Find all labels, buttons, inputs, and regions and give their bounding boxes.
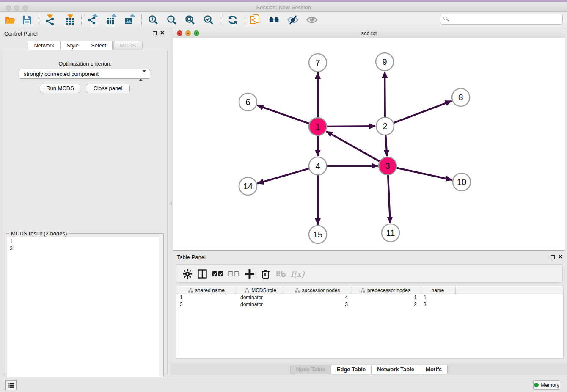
- run-mcds-button[interactable]: Run MCDS: [40, 84, 80, 93]
- tab-node-table[interactable]: Node Table: [290, 365, 331, 374]
- select-all-icon[interactable]: [212, 268, 224, 280]
- zoom-fit-icon[interactable]: [184, 14, 196, 26]
- search-input[interactable]: [450, 15, 560, 23]
- column-header-shared-name[interactable]: shared name: [176, 286, 237, 294]
- home-views-icon[interactable]: [268, 14, 280, 26]
- hide-eye-icon[interactable]: [287, 14, 299, 26]
- cell-name: 1: [420, 294, 456, 301]
- network-window-titlebar[interactable]: x − + scc.txt: [173, 28, 565, 38]
- import-network-icon[interactable]: [44, 14, 56, 26]
- tab-mcds[interactable]: MCDS: [113, 41, 142, 50]
- table-toolbar: f(x): [176, 264, 563, 283]
- table-settings-gear-icon[interactable]: [182, 268, 193, 280]
- memory-label: Memory: [541, 382, 559, 388]
- tab-network[interactable]: Network: [28, 41, 61, 50]
- toolbar-separator: [81, 14, 82, 25]
- tab-motifs[interactable]: Motifs: [420, 365, 448, 374]
- network-graph-canvas[interactable]: 7968124314101511: [173, 39, 565, 250]
- task-history-button[interactable]: [5, 380, 17, 390]
- tab-select[interactable]: Select: [85, 41, 113, 50]
- edge-2-8[interactable]: [394, 101, 452, 123]
- zoom-out-icon[interactable]: [166, 14, 178, 26]
- duplicate-network-icon[interactable]: [250, 14, 261, 26]
- optimization-criterion-select[interactable]: strongly connected component: [19, 69, 150, 79]
- column-header-name[interactable]: name: [420, 286, 456, 294]
- node-8[interactable]: 8: [452, 88, 470, 106]
- memory-button[interactable]: Memory: [533, 380, 560, 390]
- node-4[interactable]: 4: [309, 157, 327, 175]
- node-1[interactable]: 1: [309, 118, 327, 135]
- mcds-panel: Optimization criterion: strongly connect…: [3, 50, 168, 374]
- divider-grip[interactable]: [171, 202, 172, 205]
- svg-text:11: 11: [386, 228, 395, 237]
- result-scrollbar[interactable]: [159, 234, 163, 387]
- zoom-in-icon[interactable]: [147, 14, 159, 26]
- export-network-icon[interactable]: [86, 14, 98, 26]
- open-session-icon[interactable]: [4, 14, 16, 26]
- node-9[interactable]: 9: [376, 53, 394, 71]
- save-session-icon[interactable]: [21, 14, 33, 26]
- mcds-result-text[interactable]: 1 3: [7, 237, 162, 391]
- network-graph[interactable]: 7968124314101511: [173, 39, 565, 250]
- node-11[interactable]: 11: [382, 224, 399, 242]
- memory-status-icon: [534, 383, 539, 387]
- node-table-header: shared nameMCDS rolesuccessor nodesprede…: [176, 286, 563, 294]
- edge-4-14[interactable]: [257, 168, 309, 183]
- float-panel-icon[interactable]: [153, 31, 157, 35]
- table-row[interactable]: 1dominator411: [176, 294, 563, 301]
- edge-3-10[interactable]: [396, 168, 452, 180]
- network-window-title: scc.txt: [173, 30, 565, 36]
- delete-column-icon[interactable]: [260, 268, 272, 280]
- cell-name: 3: [420, 301, 456, 308]
- cell-successor-nodes: 3: [284, 301, 351, 308]
- toolbar-separator: [245, 14, 245, 25]
- search-box[interactable]: [440, 14, 563, 25]
- deselect-all-icon[interactable]: [228, 268, 239, 280]
- app-titlebar: Session: New Session: [0, 2, 567, 12]
- column-header-MCDS-role[interactable]: MCDS role: [237, 286, 284, 294]
- edge-2-9[interactable]: [385, 72, 385, 117]
- app-title: Session: New Session: [0, 4, 567, 11]
- show-columns-icon[interactable]: [196, 268, 208, 280]
- node-7[interactable]: 7: [309, 54, 327, 72]
- export-image-icon[interactable]: [124, 14, 135, 26]
- optimization-criterion-label: Optimization criterion:: [3, 61, 167, 67]
- select-chevrons-icon: [139, 71, 146, 80]
- tab-style[interactable]: Style: [61, 41, 85, 50]
- zoom-selected-icon[interactable]: [203, 14, 215, 26]
- eye-icon[interactable]: [306, 14, 318, 26]
- table-row[interactable]: 3dominator323: [176, 301, 563, 308]
- edge-2-3[interactable]: [385, 135, 387, 156]
- cell-MCDS-role: dominator: [237, 294, 284, 301]
- edge-3-1[interactable]: [326, 131, 380, 161]
- tab-edge-table[interactable]: Edge Table: [331, 365, 372, 374]
- main-toolbar: [0, 12, 567, 27]
- node-2[interactable]: 2: [376, 117, 394, 135]
- node-3[interactable]: 3: [379, 157, 396, 175]
- svg-text:14: 14: [243, 182, 253, 191]
- cell-predecessor-nodes: 1: [351, 294, 420, 301]
- close-table-panel-icon[interactable]: ✕: [558, 254, 563, 260]
- svg-text:1: 1: [315, 122, 320, 131]
- node-10[interactable]: 10: [453, 173, 471, 191]
- edge-3-11[interactable]: [388, 175, 390, 223]
- close-panel-icon[interactable]: ✕: [160, 30, 165, 36]
- edge-1-2[interactable]: [327, 126, 375, 127]
- column-header-predecessor-nodes[interactable]: predecessor nodes: [351, 286, 420, 294]
- svg-text:2: 2: [383, 121, 387, 131]
- add-column-icon[interactable]: [244, 268, 256, 280]
- cell-MCDS-role: dominator: [237, 301, 284, 308]
- refresh-icon[interactable]: [227, 14, 239, 26]
- edge-1-6[interactable]: [257, 105, 309, 124]
- export-table-icon[interactable]: [105, 14, 117, 26]
- mcds-result-title: MCDS result (2 nodes): [9, 230, 69, 237]
- node-14[interactable]: 14: [239, 177, 257, 195]
- control-panel-tabs: NetworkStyleSelectMCDS: [0, 41, 170, 50]
- tab-network-table[interactable]: Network Table: [372, 365, 420, 374]
- node-15[interactable]: 15: [309, 226, 327, 243]
- float-table-panel-icon[interactable]: [551, 255, 555, 259]
- node-6[interactable]: 6: [239, 93, 257, 111]
- column-header-successor-nodes[interactable]: successor nodes: [284, 286, 351, 294]
- close-panel-button[interactable]: Close panel: [86, 84, 130, 93]
- import-table-icon[interactable]: [64, 14, 76, 26]
